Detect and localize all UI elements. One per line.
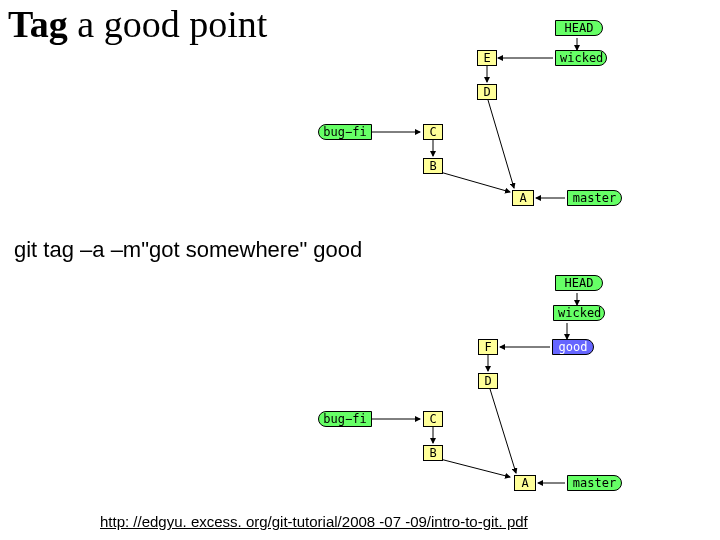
ref-master: master (567, 190, 622, 206)
ref-bugfi: bug−fi (318, 124, 372, 140)
ref-wicked: wicked (553, 305, 605, 321)
commit-A: A (512, 190, 534, 206)
title-bold: Tag (8, 3, 68, 45)
commit-A: A (514, 475, 536, 491)
commit-D: D (478, 373, 498, 389)
commit-B: B (423, 445, 443, 461)
svg-line-3 (488, 100, 514, 188)
diagram-before-tag: HEAD wicked E D bug−fi C B A master (270, 20, 690, 235)
title-rest: a good point (68, 3, 267, 45)
diagram-after-tag: HEAD wicked good F D bug−fi C B A master (270, 275, 690, 500)
commit-D: D (477, 84, 497, 100)
commit-B: B (423, 158, 443, 174)
git-command: git tag –a –m"got somewhere" good (14, 237, 362, 263)
ref-head: HEAD (555, 275, 603, 291)
svg-line-6 (440, 172, 510, 192)
ref-head: HEAD (555, 20, 603, 36)
svg-line-15 (440, 459, 510, 477)
tag-good: good (552, 339, 594, 355)
commit-E: E (477, 50, 497, 66)
source-link[interactable]: http: //edgyu. excess. org/git-tutorial/… (100, 513, 528, 530)
commit-C: C (423, 411, 443, 427)
commit-C: C (423, 124, 443, 140)
ref-master: master (567, 475, 622, 491)
ref-bugfi: bug−fi (318, 411, 372, 427)
svg-line-12 (490, 389, 516, 473)
slide-title: Tag a good point (8, 2, 267, 46)
commit-F: F (478, 339, 498, 355)
ref-wicked: wicked (555, 50, 607, 66)
